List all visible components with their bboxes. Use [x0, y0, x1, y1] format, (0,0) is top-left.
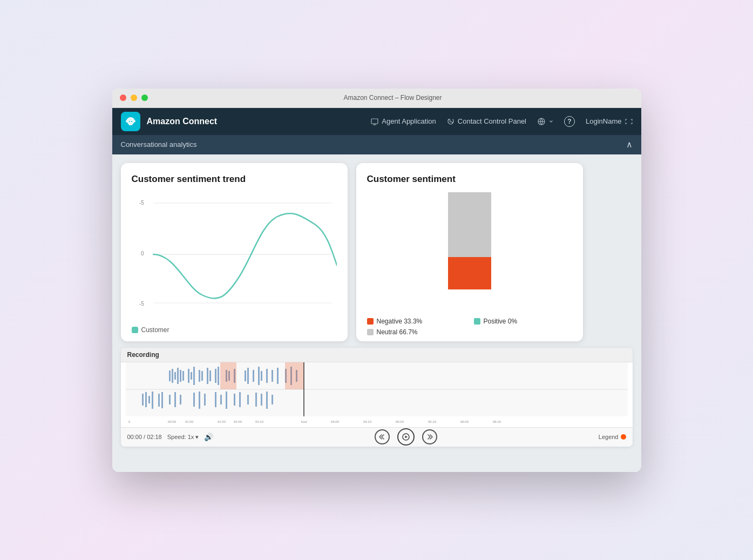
browser-window: Amazon Connect – Flow Designer Amazon Co…: [112, 89, 641, 472]
svg-point-1: [131, 121, 132, 122]
speed-button[interactable]: Speed: 1x ▾: [167, 434, 199, 441]
header-nav: Agent Application Contact Control Panel: [371, 116, 632, 127]
login-name: LoginName: [586, 117, 622, 125]
svg-rect-53: [174, 392, 176, 407]
svg-text:-5: -5: [139, 200, 144, 206]
svg-rect-40: [277, 368, 279, 384]
minimize-button[interactable]: [131, 95, 137, 101]
neutral-legend-item: Neutral 66.7%: [367, 328, 465, 336]
svg-rect-46: [142, 394, 144, 406]
sub-header: Conversational analytics ∧: [112, 135, 641, 154]
app-header: Amazon Connect Agent Application Contact…: [112, 108, 641, 135]
svg-rect-26: [207, 368, 208, 384]
svg-text:00:50: 00:50: [168, 420, 177, 423]
svg-text:End: End: [301, 420, 307, 423]
svg-rect-35: [253, 370, 254, 382]
negative-legend-square: [367, 318, 374, 325]
customer-legend-label: Customer: [141, 326, 169, 334]
recording-label: Recording: [127, 351, 159, 359]
svg-text:0: 0: [128, 420, 131, 423]
browser-title: Amazon Connect – Flow Designer: [152, 94, 634, 102]
sentiment-trend-chart: -5 0 -5: [132, 192, 337, 322]
recording-header: Recording: [121, 348, 633, 362]
svg-text:-5: -5: [139, 301, 144, 307]
svg-rect-34: [247, 368, 249, 384]
svg-text:04:10: 04:10: [363, 420, 372, 423]
svg-rect-29: [218, 367, 219, 385]
legend-button[interactable]: Legend: [599, 434, 626, 440]
svg-rect-23: [193, 367, 195, 385]
svg-text:01:50: 01:50: [218, 420, 226, 423]
neutral-legend-square: [367, 329, 374, 335]
negative-legend-item: Negative 33.3%: [367, 318, 465, 325]
svg-rect-65: [261, 394, 262, 406]
app-name: Amazon Connect: [147, 117, 218, 126]
svg-rect-52: [169, 395, 171, 404]
legend-label: Legend: [599, 434, 619, 440]
svg-text:06:00: 06:00: [460, 420, 469, 423]
agent-application-nav[interactable]: Agent Application: [371, 117, 436, 125]
positive-legend-square: [474, 318, 480, 325]
svg-rect-66: [266, 392, 268, 409]
svg-text:02:10: 02:10: [255, 420, 264, 423]
waveform-svg: Customer Agent: [121, 362, 633, 427]
svg-rect-20: [182, 371, 184, 381]
recording-section: Recording Customer Agent: [121, 348, 633, 447]
svg-rect-16: [172, 369, 173, 383]
trend-chart-svg: -5 0 -5: [132, 192, 337, 311]
globe-nav[interactable]: [537, 117, 553, 126]
svg-rect-63: [247, 395, 249, 404]
contact-control-panel-nav[interactable]: Contact Control Panel: [447, 117, 526, 125]
svg-rect-27: [209, 370, 211, 381]
svg-rect-61: [234, 394, 235, 406]
volume-icon[interactable]: 🔊: [204, 433, 213, 441]
svg-rect-67: [272, 395, 273, 404]
svg-rect-24: [199, 370, 200, 382]
help-nav[interactable]: ?: [564, 116, 575, 127]
close-button[interactable]: [120, 95, 126, 101]
positive-legend-label: Positive 0%: [484, 318, 518, 325]
svg-rect-2: [371, 119, 378, 124]
svg-text:05:10: 05:10: [428, 420, 437, 423]
svg-rect-64: [255, 393, 257, 407]
svg-rect-15: [169, 370, 171, 381]
contact-control-panel-label: Contact Control Panel: [458, 117, 526, 125]
maximize-button[interactable]: [141, 95, 148, 101]
positive-legend-item: Positive 0%: [474, 318, 572, 325]
cards-row: Customer sentiment trend -5 0 -5: [112, 154, 641, 341]
play-button[interactable]: [397, 428, 415, 446]
svg-text:02:00: 02:00: [234, 420, 242, 423]
svg-rect-21: [188, 369, 189, 383]
neutral-bar: [448, 192, 491, 257]
customer-legend-dot: [132, 327, 138, 333]
svg-rect-48: [148, 396, 150, 403]
svg-rect-39: [272, 370, 273, 382]
agent-application-label: Agent Application: [382, 117, 436, 125]
sentiment-trend-card: Customer sentiment trend -5 0 -5: [121, 163, 348, 341]
sentiment-legend: Negative 33.3% Positive 0% Neutral 66.7%: [367, 318, 572, 336]
svg-rect-22: [191, 372, 192, 380]
negative-legend-label: Negative 33.3%: [377, 318, 423, 325]
customer-sentiment-card: Customer sentiment Negative 33.3%: [356, 163, 583, 341]
forward-button[interactable]: [422, 429, 437, 444]
svg-text:06:10: 06:10: [493, 420, 501, 423]
time-display: 00:00 / 02:18: [127, 434, 162, 440]
recording-waveform: Customer Agent: [121, 362, 633, 427]
rewind-button[interactable]: [375, 429, 390, 444]
collapse-chevron-icon[interactable]: ∧: [626, 139, 633, 150]
playback-controls: [219, 428, 593, 446]
svg-rect-38: [266, 369, 268, 383]
svg-text:0: 0: [141, 251, 144, 257]
neutral-legend-label: Neutral 66.7%: [377, 328, 418, 336]
svg-text:05:00: 05:00: [396, 420, 404, 423]
user-nav[interactable]: LoginName: [586, 117, 633, 125]
chart-legend: Customer: [132, 326, 337, 334]
negative-bar: [448, 257, 491, 289]
bar-chart-svg: [437, 192, 502, 289]
svg-rect-50: [158, 394, 160, 407]
svg-point-0: [129, 121, 130, 122]
svg-rect-58: [215, 392, 216, 407]
svg-rect-56: [199, 392, 200, 409]
svg-rect-13: [126, 389, 628, 416]
svg-text:01:00: 01:00: [185, 420, 194, 423]
